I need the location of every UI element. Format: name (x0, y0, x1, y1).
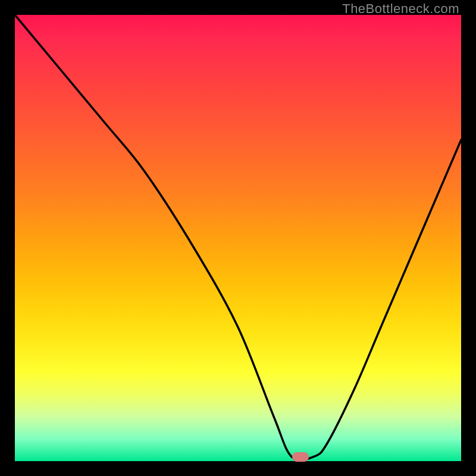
chart-container: TheBottleneck.com (0, 0, 476, 476)
bottleneck-curve (15, 15, 461, 460)
curve-svg (15, 15, 461, 461)
optimal-point-marker (292, 452, 309, 462)
